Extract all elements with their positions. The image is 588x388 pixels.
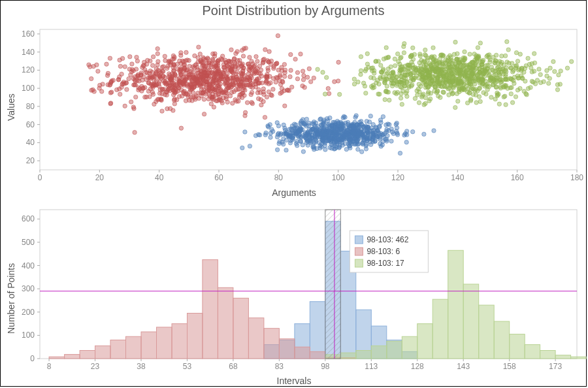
- svg-point-448: [254, 54, 258, 58]
- svg-point-1477: [303, 121, 307, 125]
- svg-rect-2608: [402, 336, 417, 359]
- svg-point-2163: [412, 52, 416, 56]
- svg-point-809: [151, 63, 155, 67]
- svg-point-1352: [304, 117, 308, 121]
- svg-point-2188: [529, 86, 532, 89]
- svg-point-1935: [365, 52, 369, 56]
- svg-point-892: [250, 86, 254, 89]
- svg-point-880: [227, 84, 231, 88]
- svg-text:83: 83: [275, 362, 284, 371]
- svg-point-2259: [538, 73, 542, 76]
- svg-point-2261: [379, 70, 383, 74]
- svg-point-691: [118, 58, 122, 62]
- svg-point-1387: [404, 140, 408, 144]
- svg-point-2438: [400, 71, 404, 75]
- svg-point-834: [137, 76, 141, 80]
- svg-point-2074: [436, 94, 440, 98]
- svg-point-2225: [352, 77, 356, 81]
- svg-text:173: 173: [549, 362, 562, 371]
- scatter-y-label: Values: [6, 93, 16, 121]
- svg-rect-2604: [340, 353, 356, 359]
- svg-point-1339: [284, 148, 288, 152]
- svg-point-2522: [504, 78, 508, 82]
- svg-point-2506: [413, 76, 417, 80]
- svg-point-2496: [384, 46, 388, 50]
- svg-point-1549: [341, 123, 345, 127]
- svg-point-1445: [299, 121, 302, 125]
- svg-point-789: [108, 102, 112, 106]
- svg-point-1621: [291, 127, 295, 131]
- svg-text:120: 120: [22, 65, 35, 74]
- svg-point-877: [238, 78, 242, 82]
- svg-point-2377: [478, 41, 482, 45]
- svg-point-915: [134, 67, 138, 71]
- svg-rect-2606: [371, 346, 387, 359]
- svg-point-1522: [364, 147, 368, 151]
- svg-rect-2596: [248, 318, 264, 359]
- svg-point-1541: [248, 144, 252, 148]
- svg-point-906: [210, 65, 214, 69]
- svg-point-368: [152, 102, 156, 106]
- svg-point-843: [146, 81, 150, 85]
- svg-point-901: [202, 57, 206, 61]
- svg-point-683: [108, 56, 112, 60]
- chart-panel: Point Distribution by Arguments Values A…: [0, 0, 587, 387]
- svg-point-753: [206, 57, 210, 61]
- svg-point-893: [118, 64, 122, 68]
- svg-point-878: [204, 64, 208, 68]
- svg-point-1279: [432, 129, 436, 133]
- svg-point-908: [108, 91, 112, 95]
- svg-point-1503: [411, 130, 415, 134]
- svg-point-718: [195, 67, 199, 71]
- svg-point-849: [144, 62, 148, 66]
- svg-point-280: [123, 65, 127, 69]
- svg-point-2272: [455, 57, 459, 61]
- svg-point-2437: [417, 82, 421, 86]
- svg-point-823: [302, 86, 306, 89]
- svg-point-2369: [407, 85, 411, 89]
- svg-point-703: [312, 76, 316, 80]
- svg-point-2529: [447, 76, 451, 80]
- svg-point-2526: [480, 73, 483, 76]
- svg-point-377: [161, 65, 165, 69]
- svg-point-2476: [455, 52, 459, 56]
- svg-point-889: [172, 86, 176, 90]
- svg-point-1232: [344, 147, 348, 151]
- svg-point-2206: [497, 102, 501, 106]
- svg-text:160: 160: [511, 173, 524, 182]
- svg-point-2497: [321, 71, 325, 74]
- svg-point-588: [295, 71, 299, 74]
- svg-point-479: [283, 104, 287, 108]
- svg-point-1610: [395, 131, 399, 135]
- svg-rect-2612: [463, 284, 479, 359]
- svg-point-820: [182, 83, 186, 87]
- svg-point-1597: [321, 126, 325, 130]
- svg-point-886: [213, 78, 217, 82]
- svg-point-2186: [423, 48, 427, 52]
- svg-point-362: [163, 54, 167, 58]
- scatter-chart: Values Arguments 02040608010012014016018…: [1, 23, 587, 198]
- svg-point-2451: [435, 66, 439, 70]
- svg-point-2146: [427, 99, 431, 103]
- svg-point-2431: [451, 63, 455, 67]
- svg-point-373: [118, 92, 122, 96]
- svg-point-697: [225, 63, 229, 67]
- svg-point-788: [265, 74, 269, 78]
- svg-point-320: [106, 71, 110, 75]
- svg-point-1618: [322, 122, 326, 126]
- svg-rect-2592: [188, 314, 203, 359]
- svg-point-910: [259, 103, 263, 107]
- svg-rect-2610: [433, 299, 448, 359]
- svg-rect-2627: [355, 259, 363, 267]
- svg-point-1583: [353, 115, 357, 119]
- svg-point-1216: [319, 117, 323, 121]
- svg-point-1576: [387, 123, 391, 127]
- svg-point-1287: [275, 121, 279, 125]
- svg-point-2378: [472, 61, 476, 65]
- svg-point-1612: [327, 129, 331, 133]
- svg-point-2473: [423, 76, 427, 80]
- svg-point-1824: [453, 40, 457, 44]
- svg-text:0: 0: [30, 354, 35, 363]
- svg-text:160: 160: [22, 29, 35, 39]
- svg-point-1767: [510, 101, 514, 105]
